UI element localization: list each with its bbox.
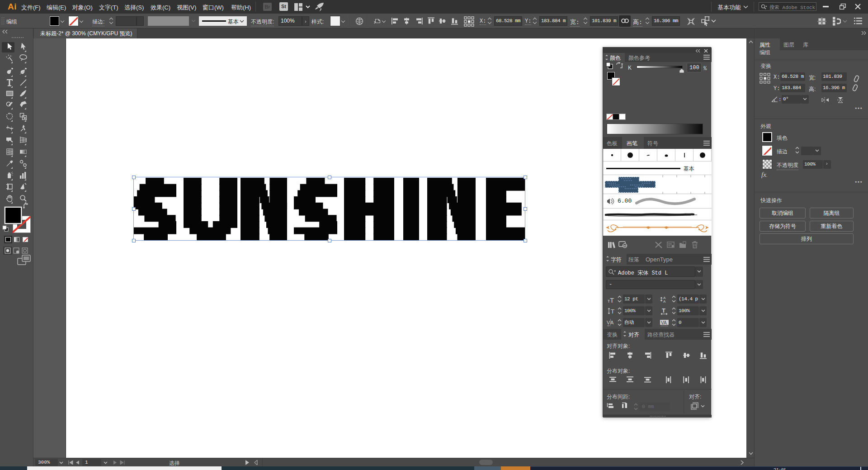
svg-text:T: T bbox=[611, 308, 614, 315]
svg-text:T: T bbox=[662, 307, 665, 314]
svg-text:V: V bbox=[607, 320, 610, 325]
svg-text:VA: VA bbox=[661, 320, 667, 325]
svg-text:A: A bbox=[663, 299, 666, 303]
svg-text:A: A bbox=[610, 320, 614, 325]
